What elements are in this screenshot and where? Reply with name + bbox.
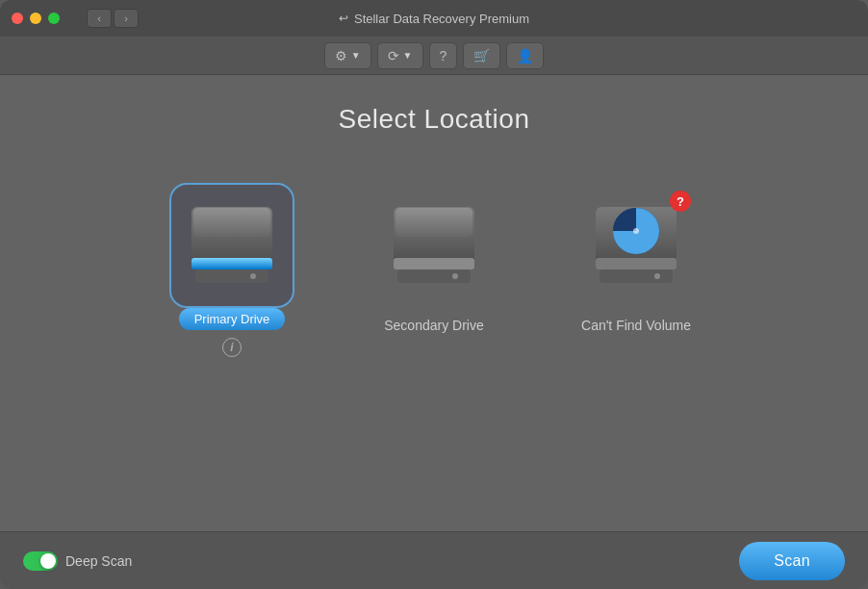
settings-button[interactable]: ⚙ ▼ <box>324 42 371 69</box>
scan-button[interactable]: Scan <box>739 542 845 580</box>
secondary-drive-icon-wrapper <box>371 183 497 308</box>
help-button[interactable]: ? <box>429 42 458 69</box>
titlebar: ‹ › ↩ Stellar Data Recovery Premium <box>0 0 868 37</box>
svg-rect-13 <box>596 258 677 269</box>
close-button[interactable] <box>12 13 23 24</box>
svg-rect-7 <box>394 258 474 269</box>
cantfind-drive-icon <box>588 197 684 294</box>
deep-scan-switch[interactable] <box>23 551 58 571</box>
primary-drive-icon <box>184 197 280 294</box>
primary-drive-item[interactable]: Primary Drive i <box>169 183 294 357</box>
svg-rect-6 <box>396 208 472 237</box>
cantfind-drive-label: Can't Find Volume <box>581 318 691 333</box>
svg-rect-14 <box>600 269 673 283</box>
history-button[interactable]: ⟳ ▼ <box>377 42 423 69</box>
svg-point-9 <box>452 273 458 279</box>
svg-point-4 <box>250 273 256 279</box>
cart-button[interactable]: 🛒 <box>463 42 500 69</box>
deep-scan-toggle[interactable]: Deep Scan <box>23 551 132 571</box>
svg-point-12 <box>633 228 639 234</box>
forward-button[interactable]: › <box>114 9 139 28</box>
svg-rect-8 <box>397 269 471 283</box>
minimize-button[interactable] <box>30 13 41 24</box>
info-icon[interactable]: i <box>222 338 242 357</box>
primary-drive-label: Primary Drive <box>179 308 286 330</box>
help-icon: ? <box>440 48 447 64</box>
back-arrow-icon: ↩ <box>339 12 348 25</box>
history-icon: ⟳ <box>388 48 399 64</box>
primary-drive-icon-wrapper <box>169 183 294 308</box>
gear-icon: ⚙ <box>335 48 347 64</box>
cantfind-drive-icon-wrapper: ? <box>574 183 699 308</box>
user-icon: 👤 <box>517 48 533 64</box>
toggle-knob <box>40 553 56 569</box>
drives-row: Primary Drive i <box>169 183 699 357</box>
window-title: ↩ Stellar Data Recovery Premium <box>339 12 529 26</box>
svg-rect-3 <box>195 269 268 283</box>
traffic-lights <box>12 13 60 24</box>
svg-point-15 <box>654 273 660 279</box>
user-button[interactable]: 👤 <box>506 42 544 69</box>
cantfind-drive-item[interactable]: ? <box>574 183 699 333</box>
question-badge: ? <box>670 191 691 212</box>
svg-rect-2 <box>191 258 272 269</box>
secondary-drive-label: Secondary Drive <box>384 318 484 333</box>
secondary-drive-item[interactable]: Secondary Drive <box>371 183 497 333</box>
maximize-button[interactable] <box>48 13 60 24</box>
nav-buttons: ‹ › <box>87 9 139 28</box>
svg-rect-1 <box>193 208 270 237</box>
cart-icon: 🛒 <box>473 48 490 64</box>
main-content: Select Location <box>0 75 868 531</box>
deep-scan-label: Deep Scan <box>65 553 132 569</box>
bottom-bar: Deep Scan Scan <box>0 531 868 589</box>
app-window: ‹ › ↩ Stellar Data Recovery Premium ⚙ ▼ … <box>0 0 868 589</box>
history-dropdown-arrow: ▼ <box>403 50 413 61</box>
secondary-drive-icon <box>386 197 482 294</box>
toolbar: ⚙ ▼ ⟳ ▼ ? 🛒 👤 <box>0 37 868 75</box>
settings-dropdown-arrow: ▼ <box>351 50 361 61</box>
back-button[interactable]: ‹ <box>87 9 112 28</box>
page-title: Select Location <box>339 104 530 135</box>
title-text: Stellar Data Recovery Premium <box>354 12 529 26</box>
